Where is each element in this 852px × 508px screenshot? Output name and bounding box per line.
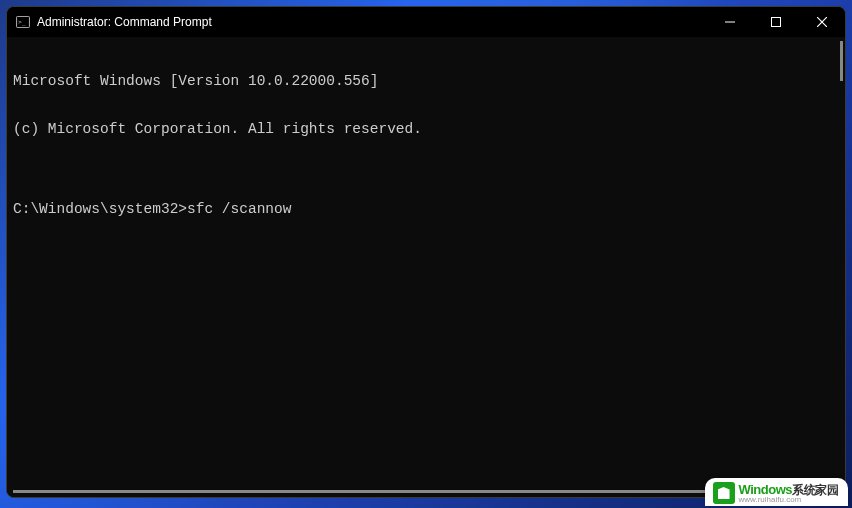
- svg-rect-3: [772, 18, 781, 27]
- watermark-text: Windows系统家园 www.ruihaifu.com: [739, 483, 838, 504]
- maximize-button[interactable]: [753, 7, 799, 37]
- window-title: Administrator: Command Prompt: [37, 15, 212, 29]
- terminal-line: C:\Windows\system32>sfc /scannow: [13, 201, 839, 217]
- window-controls: [707, 7, 845, 37]
- terminal-line: Microsoft Windows [Version 10.0.22000.55…: [13, 73, 839, 89]
- terminal-line: (c) Microsoft Corporation. All rights re…: [13, 121, 839, 137]
- minimize-button[interactable]: [707, 7, 753, 37]
- svg-text:>_: >_: [18, 18, 26, 26]
- close-button[interactable]: [799, 7, 845, 37]
- command-prompt-window: >_ Administrator: Command Prompt Microso…: [6, 6, 846, 498]
- vertical-scroll-indicator[interactable]: [840, 41, 843, 81]
- scrollbar-thumb[interactable]: [13, 490, 822, 493]
- titlebar[interactable]: >_ Administrator: Command Prompt: [7, 7, 845, 37]
- terminal-output[interactable]: Microsoft Windows [Version 10.0.22000.55…: [7, 37, 845, 497]
- watermark-logo-icon: [713, 482, 735, 504]
- cmd-icon: >_: [15, 14, 31, 30]
- watermark-url: www.ruihaifu.com: [739, 496, 838, 504]
- watermark-badge: Windows系统家园 www.ruihaifu.com: [705, 478, 848, 506]
